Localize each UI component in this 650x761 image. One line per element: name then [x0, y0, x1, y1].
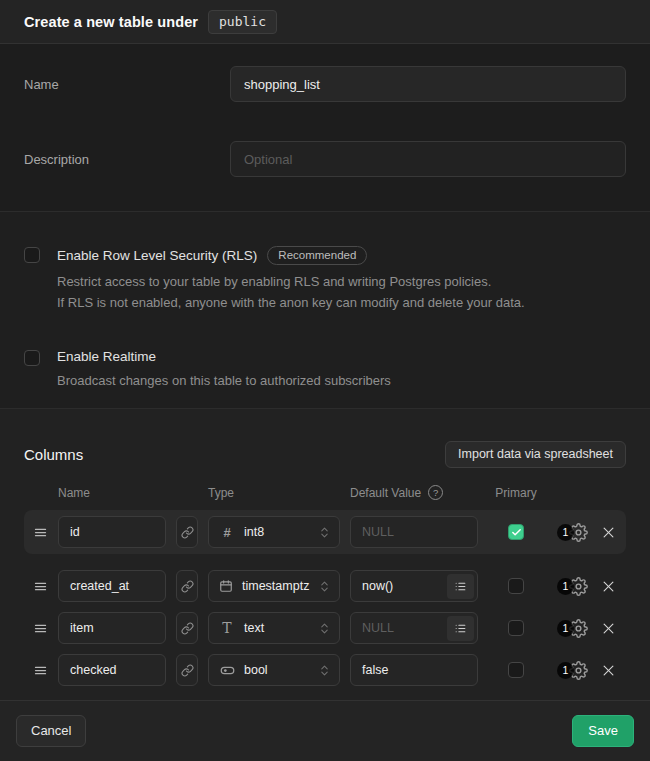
- column-settings-button[interactable]: 1: [554, 523, 588, 542]
- foreign-key-link-icon[interactable]: [176, 516, 198, 548]
- default-suggestions-icon[interactable]: [447, 574, 474, 599]
- column-name-value: item: [70, 621, 94, 635]
- column-type-value: int8: [244, 525, 309, 539]
- default-value-text: NULL: [362, 525, 447, 539]
- text-icon: # T: [219, 620, 235, 636]
- settings-count-badge: 1: [557, 662, 574, 679]
- rls-title: Enable Row Level Security (RLS): [57, 248, 257, 263]
- default-value-input[interactable]: NULL: [350, 516, 478, 548]
- rls-description-line2: If RLS is not enabled, anyone with the a…: [57, 292, 626, 313]
- realtime-checkbox[interactable]: [24, 350, 40, 366]
- chevrons-up-down-icon: [318, 622, 331, 635]
- primary-checkbox[interactable]: [508, 620, 524, 636]
- column-name-input[interactable]: item: [58, 612, 166, 644]
- table-details-section: Name Description: [0, 44, 650, 211]
- settings-count-badge: 1: [557, 578, 574, 595]
- create-table-panel: Create a new table under public Name Des…: [0, 0, 650, 761]
- column-name-input[interactable]: id: [58, 516, 166, 548]
- drag-handle-icon[interactable]: [32, 579, 48, 594]
- column-row: id # T int8 NULL 1: [24, 510, 626, 554]
- realtime-texts: Enable Realtime Broadcast changes on thi…: [57, 349, 626, 391]
- column-settings-button[interactable]: 1: [554, 661, 588, 680]
- table-description-input[interactable]: [230, 141, 626, 177]
- description-label: Description: [24, 152, 230, 167]
- column-name-value: created_at: [70, 579, 129, 593]
- save-button[interactable]: Save: [572, 715, 634, 747]
- header-type: Type: [208, 486, 340, 500]
- column-type-select[interactable]: # T bool: [208, 654, 340, 686]
- primary-checkbox[interactable]: [508, 578, 524, 594]
- foreign-key-link-icon[interactable]: [176, 570, 198, 602]
- help-icon[interactable]: ?: [428, 485, 443, 500]
- column-row: item # T text NULL 1: [24, 607, 626, 649]
- name-form-row: Name: [24, 66, 626, 102]
- foreign-key-link-icon[interactable]: [176, 612, 198, 644]
- column-name-input[interactable]: created_at: [58, 570, 166, 602]
- column-name-input[interactable]: checked: [58, 654, 166, 686]
- default-value-text: now(): [362, 579, 447, 593]
- rls-option: Enable Row Level Security (RLS) Recommen…: [24, 246, 626, 313]
- primary-checkbox[interactable]: [508, 662, 524, 678]
- default-value-input[interactable]: now(): [350, 570, 478, 602]
- settings-count-badge: 1: [557, 524, 574, 541]
- settings-count-badge: 1: [557, 620, 574, 637]
- column-type-select[interactable]: # T text: [208, 612, 340, 644]
- column-type-value: timestamptz: [242, 579, 309, 593]
- rls-description-line1: Restrict access to your table by enablin…: [57, 271, 626, 292]
- realtime-option: Enable Realtime Broadcast changes on thi…: [24, 349, 626, 391]
- table-options-section: Enable Row Level Security (RLS) Recommen…: [0, 211, 650, 408]
- column-type-value: text: [244, 621, 309, 635]
- remove-column-icon[interactable]: [598, 579, 618, 594]
- rls-checkbox[interactable]: [24, 247, 40, 263]
- recommended-badge: Recommended: [267, 246, 367, 265]
- calendar-icon: # T: [219, 579, 233, 593]
- columns-rows: id # T int8 NULL 1: [24, 510, 626, 691]
- column-type-value: bool: [244, 663, 309, 677]
- remove-column-icon[interactable]: [598, 663, 618, 678]
- column-settings-button[interactable]: 1: [554, 577, 588, 596]
- column-row: checked # T bool false 1: [24, 649, 626, 691]
- panel-footer: Cancel Save: [0, 700, 650, 761]
- column-name-value: id: [70, 525, 80, 539]
- drag-handle-icon[interactable]: [32, 663, 48, 678]
- column-settings-button[interactable]: 1: [554, 619, 588, 638]
- table-name-input[interactable]: [230, 66, 626, 102]
- columns-section: Columns Import data via spreadsheet Name…: [0, 408, 650, 700]
- import-spreadsheet-button[interactable]: Import data via spreadsheet: [445, 441, 626, 468]
- cancel-button[interactable]: Cancel: [16, 715, 86, 747]
- default-value-text: NULL: [362, 621, 447, 635]
- remove-column-icon[interactable]: [598, 621, 618, 636]
- rls-texts: Enable Row Level Security (RLS) Recommen…: [57, 246, 626, 313]
- header-name: Name: [58, 486, 166, 500]
- primary-checkbox[interactable]: [508, 524, 524, 540]
- column-type-select[interactable]: # T timestamptz: [208, 570, 340, 602]
- description-form-row: Description: [24, 141, 626, 177]
- default-value-input[interactable]: NULL: [350, 612, 478, 644]
- schema-badge: public: [208, 10, 277, 34]
- columns-title: Columns: [24, 446, 83, 463]
- columns-header-row: Name Type Default Value ? Primary: [24, 485, 626, 500]
- column-name-value: checked: [70, 663, 117, 677]
- foreign-key-link-icon[interactable]: [176, 654, 198, 686]
- hash-icon: # T: [219, 525, 235, 540]
- default-value-input[interactable]: false: [350, 654, 478, 686]
- chevrons-up-down-icon: [318, 664, 331, 677]
- column-type-select[interactable]: # T int8: [208, 516, 340, 548]
- name-label: Name: [24, 77, 230, 92]
- column-row: created_at # T timestamptz now(): [24, 565, 626, 607]
- toggle-icon: # T: [219, 663, 235, 678]
- chevrons-up-down-icon: [318, 526, 331, 539]
- realtime-title: Enable Realtime: [57, 349, 156, 364]
- realtime-description: Broadcast changes on this table to autho…: [57, 370, 626, 391]
- header-default-value: Default Value: [350, 486, 421, 500]
- drag-handle-icon[interactable]: [32, 525, 48, 540]
- header-primary: Primary: [488, 486, 544, 500]
- default-suggestions-icon[interactable]: [447, 616, 474, 641]
- panel-title: Create a new table under: [24, 14, 198, 30]
- remove-column-icon[interactable]: [598, 525, 618, 540]
- chevrons-up-down-icon: [318, 580, 331, 593]
- panel-header: Create a new table under public: [0, 0, 650, 44]
- default-value-text: false: [362, 663, 447, 677]
- drag-handle-icon[interactable]: [32, 621, 48, 636]
- rls-description: Restrict access to your table by enablin…: [57, 271, 626, 313]
